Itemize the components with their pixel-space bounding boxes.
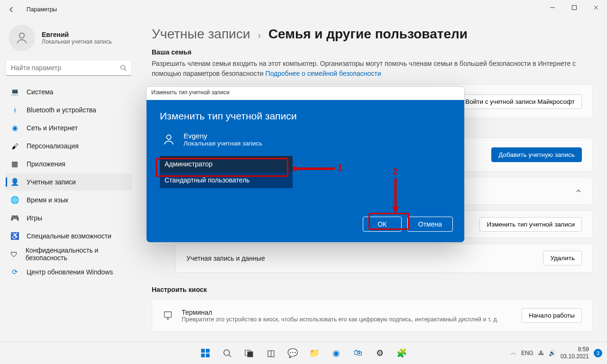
bluetooth-icon: ᚼ: [10, 106, 19, 114]
search-icon: [120, 64, 127, 71]
nav-list: 💻Система ᚼBluetooth и устройства ◉Сеть и…: [6, 83, 132, 281]
svg-rect-18: [248, 352, 253, 357]
widgets-icon[interactable]: ◫: [261, 344, 280, 363]
system-icon: 💻: [10, 88, 19, 96]
nav-network[interactable]: ◉Сеть и Интернет: [6, 119, 132, 136]
svg-rect-12: [206, 349, 210, 353]
dialog-avatar: [160, 130, 178, 148]
svg-rect-5: [165, 311, 172, 317]
nav-apps[interactable]: ▦Приложения: [6, 155, 132, 173]
tray-date[interactable]: 03.10.2021: [561, 353, 589, 360]
titlebar: Параметры: [0, 0, 607, 19]
current-user[interactable]: Евгений Локальная учетная запись: [6, 19, 132, 60]
nav-gaming[interactable]: 🎮Игры: [6, 209, 132, 227]
taskbar: ◫ 💬 📁 ◉ 🛍 ⚙ 🧩 ︿ ENG 🖧 🔊 8:59 03.10.2021 …: [0, 341, 607, 364]
breadcrumb-current: Семья и другие пользователи: [268, 27, 468, 41]
signin-ms-button[interactable]: Войти с учетной записи Майкрософт: [458, 94, 582, 109]
user-name: Евгений: [42, 31, 112, 38]
chevron-right-icon: ›: [258, 30, 261, 40]
taskbar-search-icon[interactable]: [218, 344, 237, 363]
brush-icon: 🖌: [10, 142, 19, 150]
account-data-label: Учетная запись и данные: [186, 255, 265, 262]
user-subtitle: Локальная учетная запись: [42, 38, 112, 45]
family-safety-link[interactable]: Подробнее о семейной безопасности: [266, 70, 381, 77]
svg-line-4: [125, 69, 127, 71]
annotation-label-1: 1: [338, 163, 342, 173]
back-button[interactable]: [4, 2, 19, 17]
edge-icon[interactable]: ◉: [327, 344, 346, 363]
language-indicator[interactable]: ENG: [521, 350, 533, 356]
svg-rect-13: [201, 354, 205, 357]
dialog-user-name: Evgeny: [184, 132, 262, 140]
nav-bluetooth[interactable]: ᚼBluetooth и устройства: [6, 101, 132, 118]
nav-privacy[interactable]: 🛡Конфиденциальность и безопасность: [6, 246, 132, 263]
network-icon[interactable]: 🖧: [538, 350, 544, 356]
shield-icon: 🛡: [10, 250, 18, 258]
change-account-type-button[interactable]: Изменить тип учетной записи: [479, 217, 582, 232]
task-view-icon[interactable]: [239, 344, 258, 363]
sidebar: Евгений Локальная учетная запись 💻Систем…: [0, 19, 138, 341]
svg-rect-1: [572, 6, 577, 10]
update-icon: ⟳: [10, 268, 19, 276]
search-box[interactable]: [6, 60, 132, 76]
chevron-up-icon: [575, 188, 582, 194]
avatar: [9, 25, 35, 51]
app-icon[interactable]: 🧩: [392, 344, 411, 363]
start-button[interactable]: [196, 344, 215, 363]
annotation-label-2: 2: [393, 167, 397, 177]
chat-icon[interactable]: 💬: [283, 344, 302, 363]
accessibility-icon: ♿: [10, 232, 19, 240]
delete-account-button[interactable]: Удалить: [543, 251, 582, 265]
svg-point-15: [224, 350, 230, 355]
tray-chevron-icon[interactable]: ︿: [511, 349, 516, 357]
search-input[interactable]: [11, 64, 120, 72]
kiosk-start-button[interactable]: Начало работы: [522, 308, 582, 323]
person-icon: 👤: [10, 178, 19, 186]
globe-icon: 🌐: [10, 196, 19, 204]
system-tray[interactable]: ︿ ENG 🖧 🔊 8:59 03.10.2021 3: [511, 346, 602, 360]
add-account-button[interactable]: Добавить учетную запись: [491, 147, 582, 162]
svg-rect-14: [206, 354, 210, 357]
wifi-icon: ◉: [10, 124, 19, 132]
kiosk-desc: Превратите это устройство в киоск, чтобы…: [182, 316, 498, 323]
svg-point-2: [19, 33, 25, 38]
dialog-cancel-button[interactable]: Отмена: [407, 217, 453, 232]
window-title: Параметры: [27, 6, 57, 13]
annotation-box-1: [156, 158, 288, 177]
svg-point-8: [166, 135, 171, 139]
svg-rect-11: [201, 349, 205, 353]
breadcrumb-parent[interactable]: Учетные записи: [152, 27, 250, 41]
nav-accounts[interactable]: 👤Учетные записи: [6, 173, 132, 191]
explorer-icon[interactable]: 📁: [305, 344, 324, 363]
dialog-user-sub: Локальная учетная запись: [184, 140, 262, 147]
kiosk-heading: Настроить киоск: [152, 286, 593, 293]
window-controls: [542, 0, 607, 15]
dialog-user-row: Evgeny Локальная учетная запись: [160, 130, 451, 148]
apps-icon: ▦: [10, 160, 19, 168]
account-data-row: Учетная запись и данные Удалить: [175, 244, 593, 273]
nav-time-language[interactable]: 🌐Время и язык: [6, 191, 132, 209]
dialog-title: Изменить тип учетной записи: [160, 110, 451, 122]
family-description: Разрешить членам семьи входить на этот к…: [152, 59, 593, 79]
family-heading: Ваша семья: [152, 48, 593, 56]
svg-line-16: [229, 355, 231, 357]
kiosk-title: Терминал: [182, 309, 498, 316]
minimize-button[interactable]: [542, 0, 563, 15]
svg-point-3: [121, 65, 125, 70]
settings-taskbar-icon[interactable]: ⚙: [370, 344, 389, 363]
volume-icon[interactable]: 🔊: [549, 350, 556, 356]
nav-personalization[interactable]: 🖌Персонализация: [6, 137, 132, 155]
notification-badge[interactable]: 3: [594, 349, 602, 357]
maximize-button[interactable]: [563, 0, 585, 15]
nav-accessibility[interactable]: ♿Специальные возможности: [6, 228, 132, 245]
store-icon[interactable]: 🛍: [349, 344, 368, 363]
dialog-window-title: Изменить тип учетной записи: [147, 87, 464, 100]
gamepad-icon: 🎮: [10, 214, 19, 222]
close-button[interactable]: [585, 0, 607, 15]
breadcrumb: Учетные записи › Семья и другие пользова…: [152, 27, 593, 42]
nav-windows-update[interactable]: ⟳Центр обновления Windows: [6, 264, 132, 281]
tray-time[interactable]: 8:59: [561, 346, 589, 353]
nav-system[interactable]: 💻Система: [6, 83, 132, 100]
kiosk-card: Терминал Превратите это устройство в кио…: [152, 299, 593, 332]
annotation-box-2: [368, 213, 409, 230]
